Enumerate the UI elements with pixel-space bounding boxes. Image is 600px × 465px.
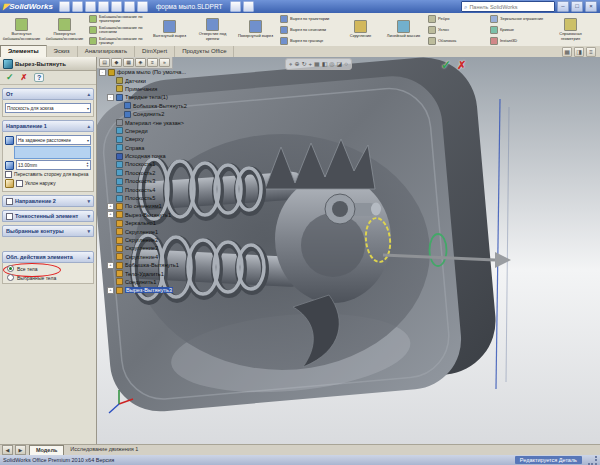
- maximize-button[interactable]: □: [571, 1, 583, 12]
- ribbon-tab[interactable]: Анализировать: [78, 46, 135, 57]
- command-button[interactable]: Вытянутый вырез: [148, 13, 191, 46]
- tab-scroll-right[interactable]: ▶: [15, 445, 26, 455]
- appearance-icon[interactable]: ○: [344, 59, 348, 69]
- new-document-icon[interactable]: [59, 1, 70, 12]
- tree-item[interactable]: Плоскость4: [99, 185, 194, 193]
- cancel-button[interactable]: ✗: [21, 74, 28, 82]
- reverse-direction-icon[interactable]: [5, 136, 14, 145]
- save-icon[interactable]: [85, 1, 96, 12]
- tree-item[interactable]: - Твердые тела(1): [99, 93, 194, 101]
- view-orientation-icon[interactable]: ▦: [314, 59, 320, 69]
- ok-button[interactable]: ✓: [6, 73, 14, 82]
- command-button[interactable]: Ребро: [425, 13, 487, 24]
- draft-outward-checkbox[interactable]: [16, 180, 23, 187]
- draft-icon[interactable]: [5, 179, 14, 188]
- undo-icon[interactable]: [111, 1, 122, 12]
- zoom-fit-icon[interactable]: ⌖: [289, 59, 292, 69]
- confirm-ok-icon[interactable]: ✓: [441, 58, 451, 72]
- spinner-arrows-icon[interactable]: ▲▼: [86, 162, 89, 168]
- section-view-icon[interactable]: ◪: [337, 59, 343, 69]
- display-pane-icon[interactable]: ◨: [574, 47, 584, 57]
- tree-item[interactable]: Плоскость2: [99, 169, 194, 177]
- expand-toggle-icon[interactable]: +: [107, 203, 114, 210]
- configurationmanager-tab[interactable]: ▦: [123, 58, 134, 67]
- expand-toggle-icon[interactable]: +: [107, 211, 114, 218]
- command-button[interactable]: Оболочка: [425, 35, 487, 46]
- ribbon-tab[interactable]: Продукты Office: [175, 46, 234, 57]
- command-button[interactable]: Скругление: [339, 13, 382, 46]
- help-button[interactable]: ?: [34, 73, 44, 82]
- tree-item[interactable]: Зеркально1: [99, 219, 194, 227]
- edit-sketch-icon[interactable]: [230, 1, 241, 12]
- tab-scroll-left[interactable]: ◀: [2, 445, 13, 455]
- command-button[interactable]: Линейный массив: [382, 13, 425, 46]
- section-direction1-header[interactable]: Направление 1▴: [2, 120, 94, 132]
- tree-item[interactable]: Скругление2: [99, 236, 194, 244]
- sketch-line-2[interactable]: [506, 107, 509, 382]
- section-selected-contours-header[interactable]: Выбранные контуры▾: [2, 225, 94, 237]
- solidworks-logo[interactable]: ◤SolidWorks: [3, 2, 53, 11]
- radio-button[interactable]: [7, 265, 14, 272]
- expand-toggle-icon[interactable]: -: [99, 69, 106, 76]
- view-settings-icon[interactable]: ▦: [562, 47, 572, 57]
- collapse-ribbon-icon[interactable]: ≡: [586, 47, 596, 57]
- open-document-icon[interactable]: [72, 1, 83, 12]
- expand-toggle-icon[interactable]: -: [107, 94, 114, 101]
- search-input[interactable]: [469, 3, 539, 11]
- thin-feature-checkbox[interactable]: [6, 213, 13, 220]
- rotate-view-icon[interactable]: ↻: [301, 59, 306, 69]
- ribbon-tab[interactable]: Элементы: [0, 45, 47, 57]
- tree-item[interactable]: Плоскость5: [99, 194, 194, 202]
- command-button[interactable]: Вытянутая бобышка/основание: [0, 13, 43, 46]
- tree-item[interactable]: Спереди: [99, 127, 194, 135]
- sketch-line[interactable]: [496, 99, 500, 389]
- radio-button[interactable]: [7, 274, 14, 281]
- document-tab[interactable]: Исследование движения 1: [64, 445, 144, 454]
- command-button[interactable]: Повернутая бобышка/основание: [43, 13, 86, 46]
- section-thin-feature-header[interactable]: Тонкостенный элемент▾: [2, 210, 94, 222]
- featuremanager-tree-tab[interactable]: ▤: [99, 58, 110, 67]
- tree-item[interactable]: Соединить2: [99, 110, 194, 118]
- tree-item[interactable]: - форма мыло (По умолча...: [99, 68, 194, 76]
- minimize-button[interactable]: –: [557, 1, 569, 12]
- rebuild-icon[interactable]: [124, 1, 135, 12]
- command-button[interactable]: Вырез по траектории: [277, 13, 339, 24]
- scope-option[interactable]: Все тела: [3, 264, 93, 273]
- resize-grip[interactable]: [588, 456, 597, 465]
- tree-item[interactable]: Справа: [99, 144, 194, 152]
- expand-toggle-icon[interactable]: +: [107, 262, 114, 269]
- command-button[interactable]: Вырез по границе: [277, 35, 339, 46]
- tree-item[interactable]: Материал <не указан>: [99, 118, 194, 126]
- tree-item[interactable]: + Вырез-Вытянуть1: [99, 211, 194, 219]
- tree-item[interactable]: Сверху: [99, 135, 194, 143]
- flip-side-checkbox[interactable]: [5, 171, 12, 178]
- direction-selection-box[interactable]: [14, 146, 91, 159]
- tree-item[interactable]: Бобышка-Вытянуть2: [99, 102, 194, 110]
- pan-icon[interactable]: +: [308, 59, 312, 69]
- dimxpertmanager-tab[interactable]: ◈: [135, 58, 146, 67]
- section-from-header[interactable]: От▴: [2, 88, 94, 100]
- expand-toggle-icon[interactable]: +: [107, 287, 114, 294]
- displaymanager-tab[interactable]: ≡: [147, 58, 158, 67]
- command-button[interactable]: Instant3D: [487, 35, 549, 46]
- section-direction2-header[interactable]: Направление 2▾: [2, 195, 94, 207]
- tree-item[interactable]: Скругление3: [99, 244, 194, 252]
- tree-item[interactable]: Датчики: [99, 76, 194, 84]
- depth-field[interactable]: 13.00mm ▲▼: [16, 160, 91, 170]
- tree-item[interactable]: Исходная точка: [99, 152, 194, 160]
- end-condition-combo[interactable]: На заданное расстояние▾: [16, 135, 91, 145]
- options-icon[interactable]: [137, 1, 148, 12]
- selection-filter-icon[interactable]: [243, 1, 254, 12]
- tree-item[interactable]: Примечания: [99, 85, 194, 93]
- command-button[interactable]: Бобышка/основание по траектории: [86, 13, 148, 24]
- propertymanager-tab[interactable]: ◆: [111, 58, 122, 67]
- ribbon-tab[interactable]: DimXpert: [135, 46, 175, 57]
- confirm-cancel-icon[interactable]: ✗: [457, 59, 466, 72]
- section-feature-scope-header[interactable]: Обл. действия элемента▴: [2, 251, 94, 263]
- command-button[interactable]: Вырез по сечениям: [277, 24, 339, 35]
- from-condition-combo[interactable]: Плоскость для эскиза▾: [5, 103, 91, 113]
- command-button[interactable]: Справочная геометрия: [549, 13, 592, 46]
- command-button[interactable]: Уклон: [425, 24, 487, 35]
- ribbon-tab[interactable]: Эскиз: [47, 46, 78, 57]
- zoom-area-icon[interactable]: ⊕: [294, 59, 299, 69]
